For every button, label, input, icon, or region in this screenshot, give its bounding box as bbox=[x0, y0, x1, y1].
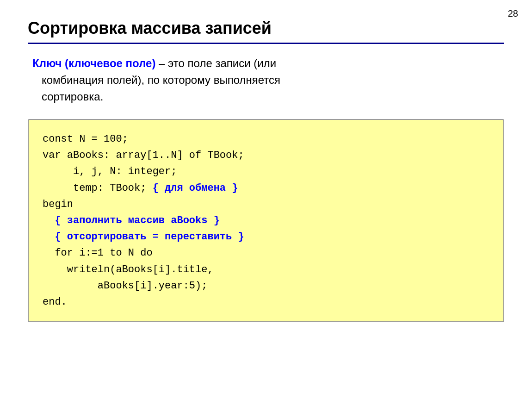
code-line-2: var aBooks: array[1..N] of TBook; bbox=[43, 147, 489, 163]
code-line-4: temp: TBook; { для обмена } bbox=[43, 180, 489, 196]
code-block: const N = 100; var aBooks: array[1..N] o… bbox=[28, 119, 504, 322]
key-term: Ключ (ключевое поле) bbox=[32, 57, 155, 69]
code-line-10: aBooks[i].year:5); bbox=[43, 278, 489, 294]
title-underline bbox=[28, 43, 504, 44]
page-number: 28 bbox=[508, 8, 518, 19]
code-line-6: { заполнить массив aBooks } bbox=[43, 212, 489, 229]
code-line-9: writeln(aBooks[i].title, bbox=[43, 262, 489, 278]
code-line-1: const N = 100; bbox=[43, 131, 489, 147]
code-line-7: { отсортировать = переставить } bbox=[43, 229, 489, 245]
code-line-8: for i:=1 to N do bbox=[43, 245, 489, 261]
code-line-11: end. bbox=[43, 294, 489, 310]
slide-content: Сортировка массива записей Ключ (ключево… bbox=[0, 0, 532, 341]
slide-title: Сортировка массива записей bbox=[28, 19, 504, 38]
code-line-3: i, j, N: integer; bbox=[43, 163, 489, 180]
key-description: Ключ (ключевое поле) – это поле записи (… bbox=[28, 55, 504, 105]
code-line-5: begin bbox=[43, 196, 489, 212]
